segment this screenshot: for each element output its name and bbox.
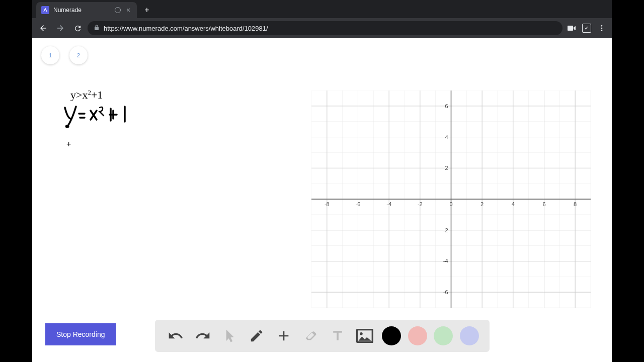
pointer-tool[interactable] (219, 326, 239, 346)
stop-recording-button[interactable]: Stop Recording (45, 323, 116, 345)
svg-point-2 (601, 28, 603, 29)
video-extension-icon[interactable] (566, 22, 578, 34)
svg-text:-2: -2 (443, 227, 448, 233)
color-green[interactable] (434, 326, 453, 345)
eraser-tool[interactable] (301, 326, 321, 346)
close-tab-icon[interactable]: × (125, 7, 132, 14)
drawing-toolbar (155, 320, 490, 352)
color-blue[interactable] (460, 326, 479, 345)
reload-button[interactable] (70, 21, 85, 35)
browser-tab[interactable]: Numerade × (36, 2, 137, 18)
page-button-1[interactable]: 1 (41, 46, 59, 64)
color-red[interactable] (408, 326, 427, 345)
new-tab-button[interactable]: + (140, 3, 154, 17)
tab-title: Numerade (53, 7, 111, 14)
favicon (41, 6, 49, 14)
svg-text:-6: -6 (443, 289, 448, 295)
plus-tool[interactable] (274, 326, 294, 346)
lock-icon (94, 25, 100, 32)
url-text: https://www.numerade.com/answers/whitebo… (104, 25, 268, 32)
back-button[interactable] (36, 21, 50, 35)
forward-button[interactable] (53, 21, 67, 35)
svg-point-72 (360, 332, 363, 335)
pencil-tool[interactable] (247, 326, 267, 346)
audio-indicator-icon[interactable] (115, 7, 121, 13)
svg-rect-0 (568, 26, 573, 31)
svg-point-3 (601, 30, 603, 31)
svg-text:0: 0 (449, 201, 452, 207)
svg-text:2: 2 (480, 201, 484, 207)
whiteboard-content: 1 2 y>x2+1 + -8-6-4-202468-6-4-2246 Stop… (32, 38, 612, 362)
svg-text:-4: -4 (386, 201, 391, 207)
cursor-crosshair-icon: + (66, 140, 71, 149)
handwritten-equation (62, 104, 143, 131)
tab-bar: Numerade × + (32, 0, 612, 18)
menu-icon[interactable] (596, 22, 608, 34)
browser-window: Numerade × + https://www.numerade.com/an… (32, 0, 612, 362)
svg-point-1 (601, 25, 603, 27)
svg-text:6: 6 (542, 201, 545, 207)
svg-text:4: 4 (445, 134, 448, 140)
url-input[interactable]: https://www.numerade.com/answers/whitebo… (88, 21, 562, 35)
svg-text:2: 2 (445, 165, 448, 171)
text-tool[interactable] (328, 326, 348, 346)
image-tool[interactable] (355, 326, 375, 346)
address-bar: https://www.numerade.com/answers/whitebo… (32, 18, 612, 38)
coordinate-graph[interactable]: -8-6-4-202468-6-4-2246 (311, 90, 591, 308)
clipboard-extension-icon[interactable]: ✓ (581, 22, 593, 34)
svg-text:4: 4 (512, 201, 515, 207)
svg-text:-2: -2 (418, 201, 423, 207)
page-button-2[interactable]: 2 (69, 46, 88, 64)
color-black[interactable] (382, 326, 401, 345)
svg-text:-6: -6 (356, 201, 361, 207)
redo-button[interactable] (193, 326, 213, 346)
svg-text:-4: -4 (443, 258, 448, 264)
undo-button[interactable] (166, 326, 186, 346)
svg-text:-8: -8 (325, 201, 330, 207)
svg-text:6: 6 (445, 103, 448, 109)
svg-text:8: 8 (574, 201, 577, 207)
typed-inequality: y>x2+1 (70, 88, 103, 102)
